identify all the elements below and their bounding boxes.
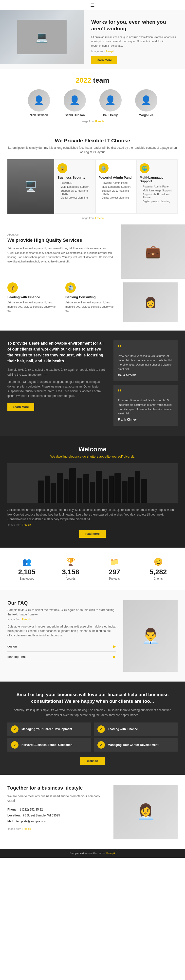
it-card-0: 🔒 Business Security Powerful... Multi-La… [54, 159, 96, 213]
stat-icon-1: 🏆 [54, 557, 86, 566]
team-member-0: 👤 Nick Dawson [26, 89, 53, 117]
team-year: 2022 [76, 76, 91, 84]
hq-description: Article eodeni arrived express highest m… [7, 247, 113, 264]
it-section: We Provide Flexible IT Choose Lorem Ipsu… [0, 128, 185, 224]
team-member-name-3: Margo Lee [133, 113, 160, 117]
stat-label-3: Clients [142, 577, 174, 581]
biz-title: Small or big, your business will love ou… [7, 691, 178, 705]
it-subtitle: Lorem Ipsum is simply dummy it is a long… [7, 146, 178, 154]
it-card-list-2: Powerful Admin Panel Multi-Language Supp… [140, 185, 174, 203]
welcome-title: Welcome [7, 445, 178, 453]
it-card-item-2-0: Powerful Admin Panel [140, 185, 174, 188]
biz-card-2: ✓ Harvard Business School Collection [7, 738, 91, 752]
stat-label-2: Projects [99, 577, 131, 581]
quote-block-0: " Prow sed litore vent sed faucibus turp… [113, 340, 178, 381]
stats-grid: 👥 2,105 Employees 🏆 3,158 Awards 📁 297 P… [7, 557, 178, 581]
biz-card-icon-3: ✓ [97, 741, 105, 749]
faq-item-label-0: design [7, 644, 17, 648]
stat-item-0: 👥 2,105 Employees [11, 557, 43, 581]
footer-copyright: Sample text — see the terms [70, 852, 105, 855]
footer-hero-image: 👩‍💼 [113, 784, 178, 839]
team-freepik-link[interactable]: Freepik [95, 120, 104, 123]
stat-item-2: 📁 297 Projects [99, 557, 131, 581]
it-card-item-1-1: Multi-Language Support [99, 185, 134, 188]
mail-value: template@sample.com [16, 820, 46, 823]
biz-card-icon-0: ✓ [11, 725, 19, 733]
it-card-icon-2: 🌐 [140, 163, 150, 173]
it-freepik-link[interactable]: Freepik [95, 216, 104, 220]
biz-card-1: ✓ Leading with Finance [94, 722, 178, 736]
footer-image-from: Image from Freepik [7, 827, 107, 830]
it-card-item-0-3: Digital project planning [57, 196, 92, 199]
dark-description: Sample text. Click to select the text bo… [7, 368, 106, 377]
it-card-list-0: Powerful... Multi-Language Support Suppo… [57, 181, 92, 199]
team-member-name-2: Paul Perry [97, 113, 124, 117]
welcome-read-more-button[interactable]: read more [79, 530, 106, 538]
hero-image: 💻 [0, 10, 84, 69]
it-card-title-0: Business Security [57, 176, 92, 179]
avatar-1: 👤 [64, 89, 86, 111]
faq-image-from: Image from Freepik [7, 618, 116, 621]
biz-card-label-1: Leading with Finance [108, 727, 138, 731]
avatar-0: 👤 [28, 89, 50, 111]
stats-section: 👥 2,105 Employees 🏆 3,158 Awards 📁 297 P… [0, 547, 185, 590]
dark-body: Lorem text: Ut feugiat Eros praesit feug… [7, 380, 106, 399]
hero-content: Works for you, even when you aren't work… [84, 10, 185, 69]
faq-freepik-link[interactable]: Freepik [22, 618, 31, 621]
hamburger-icon[interactable]: ☰ [90, 2, 95, 8]
stat-label-1: Awards [54, 577, 86, 581]
biz-card-0: ✓ Managing Your Career Development [7, 722, 91, 736]
hq-image-bottom: 👩 [123, 282, 178, 322]
stat-icon-2: 📁 [99, 557, 131, 566]
it-card-item-2-3: Digital project planning [140, 200, 174, 203]
team-title: team [91, 76, 109, 84]
footer-hero-section: Together for a business lifestyle We are… [0, 775, 185, 849]
top-nav: ☰ [0, 0, 185, 10]
footer-freepik-link[interactable]: Freepik [22, 827, 31, 830]
biz-card-label-0: Managing Your Career Development [21, 727, 72, 731]
hq-about-label: About Us [7, 233, 113, 236]
quote-author-1: Frank Kinney [118, 418, 173, 421]
location-label: Location: [7, 814, 21, 817]
faq-item-1[interactable]: development ▶ [7, 652, 116, 662]
faq-item-0[interactable]: design ▶ [7, 641, 116, 652]
welcome-section: Welcome We dwelling elegance do shutters… [0, 436, 185, 548]
team-members: 👤 Nick Dawson 👤 Gabbi Hudson 👤 Paul Perr… [5, 89, 180, 117]
quote-mark-1: " [118, 390, 173, 397]
team-member-2: 👤 Paul Perry [97, 89, 124, 117]
hero-freepik-link[interactable]: Freepik [106, 50, 115, 53]
phone-value: 1 (232) 252 35 22 [19, 808, 43, 811]
hq-card-0: 💰 Leading with Finance Article eodeni ar… [7, 282, 61, 322]
it-title: We Provide Flexible IT Choose [7, 138, 178, 143]
hq-card-desc-1: Article eodeni arrived express highest m… [65, 301, 116, 313]
team-member-1: 👤 Gabbi Hudson [61, 89, 88, 117]
dark-left: To provide a safe and enjoyable environm… [7, 340, 106, 425]
footer-hero-left: Together for a business lifestyle We are… [7, 784, 107, 830]
welcome-freepik-link[interactable]: Freepik [22, 523, 31, 526]
stat-icon-3: 😊 [142, 557, 174, 566]
footer-link[interactable]: Freepik [106, 852, 115, 855]
hq-card-title-1: Banking Consulting [65, 295, 116, 299]
location-value: 75 Street Sample, WI 63525 [23, 814, 60, 817]
faq-item-label-1: development [7, 655, 26, 659]
stat-number-3: 5,282 [142, 568, 174, 576]
team-image-from: Image from Freepik [5, 120, 180, 123]
faq-right-image: 👨‍💼 [123, 600, 178, 672]
faq-arrow-0: ▶ [113, 644, 116, 649]
faq-section: Our FAQ Sample text: Click to select the… [0, 590, 185, 681]
welcome-tagline: We dwelling elegance do shutters appetit… [7, 455, 178, 458]
hero-learn-more-button[interactable]: learn more [91, 56, 117, 64]
biz-website-button[interactable]: website [80, 757, 105, 765]
it-card-1: ⚙️ Powerful Admin Panel Powerful Admin P… [96, 159, 137, 213]
dark-learn-more-button[interactable]: Learn More [7, 403, 34, 411]
team-section: 2022 team 👤 Nick Dawson 👤 Gabbi Hudson 👤… [0, 69, 185, 128]
hq-card-icon-0: 💰 [7, 282, 18, 293]
biz-card-label-3: Managing Your Career Development [108, 743, 159, 747]
hq-section: About Us We provide High Quality Service… [0, 224, 185, 331]
footer-hero-right: 👩‍💼 [113, 784, 178, 839]
team-member-name-0: Nick Dawson [26, 113, 53, 117]
team-member-3: 👤 Margo Lee [133, 89, 160, 117]
quote-block-1: " Prow sed litore vent sed faucibus turp… [113, 385, 178, 426]
hq-title: We provide High Quality Services [7, 237, 113, 243]
faq-subtitle: Sample text: Click to select the text bo… [7, 608, 116, 617]
